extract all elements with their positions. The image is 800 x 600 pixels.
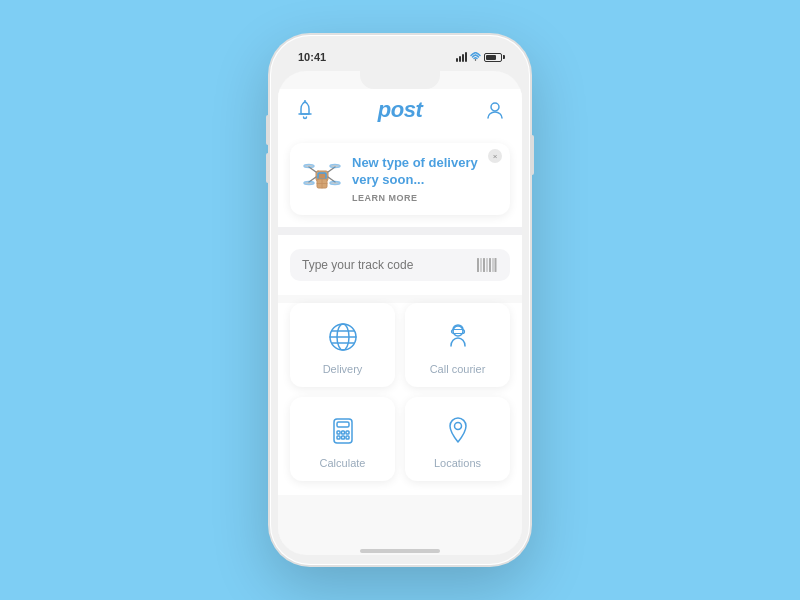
svg-rect-4: [318, 173, 326, 179]
banner-title: New type of delivery very soon...: [352, 155, 498, 189]
svg-point-28: [453, 326, 463, 336]
svg-rect-18: [483, 258, 485, 272]
svg-point-12: [330, 182, 340, 185]
status-bar: 10:41: [278, 47, 522, 67]
notch: [360, 71, 440, 89]
svg-rect-32: [337, 431, 340, 434]
svg-point-11: [304, 182, 314, 185]
banner-card: ×: [290, 143, 510, 215]
banner-text: New type of delivery very soon... LEARN …: [352, 155, 498, 203]
screen-content: post ×: [278, 89, 522, 543]
svg-rect-35: [337, 436, 340, 439]
app-header: post: [278, 89, 522, 133]
barcode-icon: [476, 257, 498, 273]
svg-point-9: [304, 165, 314, 168]
svg-point-38: [454, 422, 461, 429]
svg-rect-37: [346, 436, 349, 439]
banner-section: ×: [278, 133, 522, 227]
divider: [278, 227, 522, 235]
track-input-wrapper: [290, 249, 510, 281]
delivery-button[interactable]: Delivery: [290, 303, 395, 387]
signal-icon: [456, 52, 467, 62]
banner-learn-more[interactable]: LEARN MORE: [352, 193, 498, 203]
call-courier-button[interactable]: Call courier: [405, 303, 510, 387]
location-icon: [440, 413, 476, 449]
grid-section: Delivery: [278, 303, 522, 495]
status-time: 10:41: [298, 51, 326, 63]
call-courier-label: Call courier: [430, 363, 486, 375]
wifi-icon: [470, 52, 481, 63]
svg-rect-17: [481, 258, 482, 272]
bell-button[interactable]: [294, 99, 316, 121]
svg-point-2: [491, 103, 499, 111]
svg-rect-20: [489, 258, 491, 272]
svg-rect-34: [346, 431, 349, 434]
banner-close-button[interactable]: ×: [488, 149, 502, 163]
calculator-icon: [325, 413, 361, 449]
locations-label: Locations: [434, 457, 481, 469]
battery-icon: [484, 53, 502, 62]
phone-outer: 10:41: [270, 35, 530, 565]
courier-icon: [440, 319, 476, 355]
calculate-label: Calculate: [320, 457, 366, 469]
screen: post ×: [278, 71, 522, 555]
svg-point-0: [475, 59, 476, 60]
svg-rect-19: [487, 258, 488, 272]
locations-button[interactable]: Locations: [405, 397, 510, 481]
globe-icon: [325, 319, 361, 355]
svg-rect-33: [341, 431, 344, 434]
svg-rect-22: [495, 258, 497, 272]
svg-rect-31: [337, 422, 349, 427]
home-bar: [360, 549, 440, 553]
phone-wrapper: 10:41: [270, 35, 530, 565]
track-section: [278, 235, 522, 295]
profile-button[interactable]: [484, 99, 506, 121]
app-title: post: [378, 97, 422, 123]
service-grid: Delivery: [290, 303, 510, 481]
svg-rect-36: [341, 436, 344, 439]
delivery-label: Delivery: [323, 363, 363, 375]
banner-emoji: [302, 155, 342, 200]
calculate-button[interactable]: Calculate: [290, 397, 395, 481]
svg-rect-16: [477, 258, 479, 272]
status-icons: [456, 52, 502, 63]
svg-rect-21: [493, 258, 494, 272]
track-code-input[interactable]: [302, 258, 476, 272]
svg-point-10: [330, 165, 340, 168]
